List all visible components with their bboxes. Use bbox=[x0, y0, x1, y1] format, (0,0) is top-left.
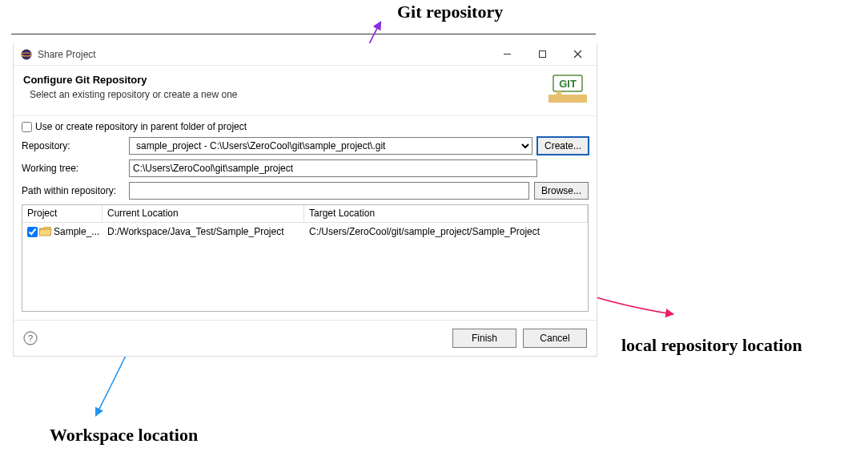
repository-label: Repository: bbox=[22, 140, 124, 151]
cancel-button[interactable]: Cancel bbox=[523, 329, 587, 348]
table-row[interactable]: Sample_... D:/Workspace/Java_Test/Sample… bbox=[22, 223, 588, 240]
svg-rect-3 bbox=[539, 51, 545, 58]
col-header-target-location[interactable]: Target Location bbox=[304, 205, 588, 222]
annotation-workspace-location: Workspace location bbox=[50, 425, 198, 446]
dialog-body: Use or create repository in parent folde… bbox=[14, 116, 597, 320]
annotation-local-repo-location: local repository location bbox=[621, 335, 802, 356]
dialog-header: Configure Git Repository Select an exist… bbox=[14, 66, 597, 116]
path-within-field[interactable] bbox=[129, 182, 529, 200]
parent-folder-checkbox-label: Use or create repository in parent folde… bbox=[35, 121, 247, 132]
project-row-checkbox[interactable] bbox=[27, 227, 38, 237]
svg-point-0 bbox=[22, 49, 32, 59]
svg-rect-8 bbox=[549, 95, 587, 103]
page-title: Configure Git Repository bbox=[23, 74, 549, 86]
col-header-project[interactable]: Project bbox=[22, 205, 102, 222]
repository-select[interactable]: sample_project - C:\Users\ZeroCool\git\s… bbox=[129, 137, 532, 155]
working-tree-label: Working tree: bbox=[22, 163, 124, 174]
svg-text:GIT: GIT bbox=[559, 78, 577, 90]
finish-button[interactable]: Finish bbox=[452, 329, 516, 348]
svg-rect-9 bbox=[557, 91, 561, 96]
help-icon[interactable]: ? bbox=[23, 331, 38, 345]
top-divider bbox=[11, 34, 596, 34]
col-header-current-location[interactable]: Current Location bbox=[102, 205, 304, 222]
page-subtitle: Select an existing repository or create … bbox=[30, 89, 549, 100]
maximize-button[interactable] bbox=[524, 44, 560, 65]
browse-button[interactable]: Browse... bbox=[534, 182, 589, 200]
git-logo-icon: GIT bbox=[549, 74, 587, 106]
titlebar: Share Project bbox=[14, 43, 597, 66]
button-bar: ? Finish Cancel bbox=[14, 320, 597, 356]
annotation-git-repository: Git repository bbox=[397, 2, 503, 22]
project-name: Sample_... bbox=[54, 226, 99, 237]
share-project-dialog: Share Project Configure Git Repository S… bbox=[13, 43, 597, 357]
working-tree-field[interactable] bbox=[129, 159, 537, 177]
window-title: Share Project bbox=[38, 49, 489, 60]
close-button[interactable] bbox=[560, 44, 595, 65]
minimize-button[interactable] bbox=[489, 44, 524, 65]
current-location-cell: D:/Workspace/Java_Test/Sample_Project bbox=[102, 224, 304, 239]
svg-text:?: ? bbox=[28, 333, 33, 343]
create-button[interactable]: Create... bbox=[537, 137, 589, 155]
eclipse-icon bbox=[20, 48, 33, 61]
folder-icon bbox=[39, 227, 52, 236]
parent-folder-checkbox[interactable] bbox=[22, 122, 32, 132]
target-location-cell: C:/Users/ZeroCool/git/sample_project/Sam… bbox=[304, 224, 588, 239]
path-within-label: Path within repository: bbox=[22, 185, 124, 196]
projects-table: Project Current Location Target Location… bbox=[22, 204, 589, 312]
